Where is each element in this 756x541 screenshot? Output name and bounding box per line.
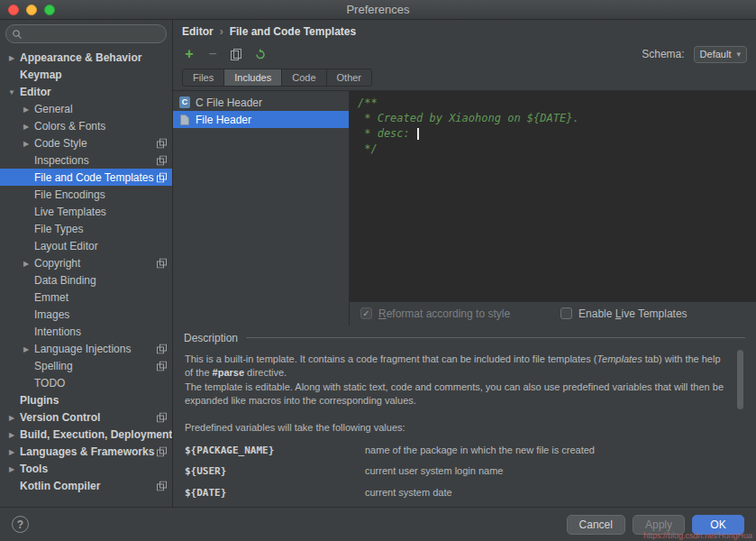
template-list: CC File HeaderFile Header bbox=[173, 91, 350, 326]
sidebar-item-emmet[interactable]: Emmet bbox=[0, 289, 172, 306]
chevron-right-icon[interactable]: ▶ bbox=[21, 139, 32, 147]
sidebar-item-todo[interactable]: TODO bbox=[0, 374, 172, 391]
description-text: Templates bbox=[597, 353, 642, 364]
window-controls bbox=[8, 5, 55, 15]
schema-value: Default bbox=[700, 49, 732, 60]
remove-template-button[interactable]: − bbox=[205, 47, 220, 61]
template-file-header[interactable]: File Header bbox=[173, 111, 349, 128]
sidebar-item-label: Keymap bbox=[0, 69, 62, 81]
sidebar-item-keymap[interactable]: Keymap bbox=[0, 66, 172, 83]
sidebar-item-general[interactable]: ▶General bbox=[0, 100, 172, 117]
sidebar-item-file-encodings[interactable]: File Encodings bbox=[0, 186, 172, 203]
chevron-right-icon[interactable]: ▶ bbox=[6, 430, 17, 438]
chevron-right-icon[interactable]: ▶ bbox=[6, 464, 17, 472]
minimize-button[interactable] bbox=[26, 5, 37, 15]
template-c-file-header[interactable]: CC File Header bbox=[173, 94, 349, 111]
chevron-right-icon[interactable]: ▶ bbox=[21, 344, 32, 353]
chevron-right-icon[interactable]: ▶ bbox=[21, 122, 32, 130]
description-title: Description bbox=[184, 332, 238, 344]
sidebar-item-label: General bbox=[0, 103, 73, 115]
description-paragraph-1: This is a built-in template. It contains… bbox=[185, 353, 729, 381]
tab-files[interactable]: Files bbox=[182, 69, 224, 87]
variable-name: ${USER} bbox=[185, 464, 365, 478]
sidebar-item-tools[interactable]: ▶Tools bbox=[0, 460, 172, 477]
chevron-down-icon[interactable]: ▼ bbox=[6, 87, 17, 96]
chevron-right-icon[interactable]: ▶ bbox=[6, 413, 17, 421]
template-label: File Header bbox=[196, 114, 251, 126]
sidebar-item-colors-fonts[interactable]: ▶Colors & Fonts bbox=[0, 117, 172, 134]
variable-row: ${USER}current user system login name bbox=[185, 464, 729, 478]
sidebar-item-label: Code Style bbox=[0, 137, 87, 150]
copy-to-project-icon bbox=[157, 344, 167, 353]
add-template-button[interactable]: + bbox=[182, 47, 196, 61]
description-body: This is a built-in template. It contains… bbox=[184, 344, 745, 507]
sidebar-item-inspections[interactable]: Inspections bbox=[0, 151, 172, 169]
help-button[interactable]: ? bbox=[12, 516, 29, 533]
sidebar-item-images[interactable]: Images bbox=[0, 306, 172, 323]
settings-search-input[interactable] bbox=[26, 28, 160, 41]
apply-button[interactable]: Apply bbox=[633, 515, 685, 535]
variable-name: ${PACKAGE_NAME} bbox=[185, 444, 365, 457]
cancel-button[interactable]: Cancel bbox=[567, 515, 625, 535]
preferences-window: Preferences ▶Appearance & BehaviorKeymap… bbox=[0, 0, 756, 541]
variables-table: ${PACKAGE_NAME}name of the package in wh… bbox=[185, 444, 729, 500]
sidebar-item-code-style[interactable]: ▶Code Style bbox=[0, 134, 172, 151]
sidebar-item-label: Inspections bbox=[0, 154, 89, 167]
sidebar-item-appearance-behavior[interactable]: ▶Appearance & Behavior bbox=[0, 49, 172, 66]
enable-live-templates-option[interactable]: Enable Live Templates bbox=[560, 307, 688, 320]
sidebar-item-file-and-code-templates[interactable]: File and Code Templates bbox=[0, 169, 172, 186]
sidebar-item-kotlin-compiler[interactable]: Kotlin Compiler bbox=[0, 477, 172, 494]
breadcrumb: Editor › File and Code Templates bbox=[173, 20, 756, 43]
tab-includes[interactable]: Includes bbox=[223, 69, 282, 87]
copy-to-project-icon bbox=[157, 138, 167, 148]
sidebar-item-language-injections[interactable]: ▶Language Injections bbox=[0, 340, 172, 357]
sidebar-item-label: Kotlin Compiler bbox=[0, 480, 100, 492]
live-templates-checkbox[interactable] bbox=[560, 307, 572, 319]
sidebar-item-intentions[interactable]: Intentions bbox=[0, 323, 172, 340]
search-box[interactable] bbox=[5, 24, 167, 43]
titlebar[interactable]: Preferences bbox=[0, 0, 756, 20]
window-title: Preferences bbox=[0, 3, 756, 16]
variable-description: current user system login name bbox=[365, 464, 729, 478]
copy-to-project-icon bbox=[157, 412, 167, 422]
sidebar-item-editor[interactable]: ▼Editor bbox=[0, 83, 172, 100]
sidebar-item-live-templates[interactable]: Live Templates bbox=[0, 203, 172, 220]
text-cursor bbox=[417, 128, 419, 140]
chevron-right-icon[interactable]: ▶ bbox=[6, 53, 17, 61]
file-icon bbox=[179, 114, 190, 125]
sidebar-item-spelling[interactable]: Spelling bbox=[0, 357, 172, 374]
schema-dropdown[interactable]: Default ▾ bbox=[694, 46, 747, 63]
copy-template-button[interactable] bbox=[229, 47, 243, 61]
template-options: ✓ Reformat according to style Enable Liv… bbox=[350, 302, 756, 326]
reformat-checkbox[interactable]: ✓ bbox=[360, 307, 372, 319]
chevron-right-icon[interactable]: ▶ bbox=[6, 447, 17, 455]
sidebar-item-version-control[interactable]: ▶Version Control bbox=[0, 408, 172, 426]
sidebar-item-languages-frameworks[interactable]: ▶Languages & Frameworks bbox=[0, 443, 172, 460]
scrollbar[interactable] bbox=[737, 350, 743, 409]
breadcrumb-page[interactable]: File and Code Templates bbox=[230, 25, 356, 38]
copy-to-project-icon bbox=[157, 361, 167, 371]
tab-code[interactable]: Code bbox=[281, 69, 326, 87]
ok-button[interactable]: OK bbox=[692, 515, 744, 535]
sidebar-item-layout-editor[interactable]: Layout Editor bbox=[0, 237, 172, 254]
chevron-right-icon[interactable]: ▶ bbox=[21, 105, 32, 113]
sidebar-item-label: Images bbox=[0, 308, 69, 321]
sidebar-tree: ▶Appearance & BehaviorKeymap▼Editor▶Gene… bbox=[0, 47, 172, 507]
sidebar-item-file-types[interactable]: File Types bbox=[0, 220, 172, 237]
template-editor[interactable]: /** * Created by Xiaohong on ${DATE}. * … bbox=[350, 91, 756, 302]
chevron-right-icon[interactable]: ▶ bbox=[21, 259, 32, 267]
sidebar-item-label: Plugins bbox=[0, 394, 59, 407]
sidebar-item-copyright[interactable]: ▶Copyright bbox=[0, 254, 172, 271]
reset-to-default-button[interactable] bbox=[252, 47, 267, 61]
sidebar-item-label: File Types bbox=[0, 223, 83, 235]
sidebar-item-data-binding[interactable]: Data Binding bbox=[0, 271, 172, 289]
close-button[interactable] bbox=[8, 5, 19, 15]
sidebar-item-label: Layout Editor bbox=[0, 240, 98, 252]
tab-other[interactable]: Other bbox=[326, 69, 373, 87]
sidebar-item-build-execution-deployment[interactable]: ▶Build, Execution, Deployment bbox=[0, 426, 172, 443]
reformat-option[interactable]: ✓ Reformat according to style bbox=[360, 307, 510, 320]
code-line: /** bbox=[358, 96, 748, 111]
sidebar-item-plugins[interactable]: Plugins bbox=[0, 391, 172, 408]
zoom-button[interactable] bbox=[44, 5, 55, 15]
breadcrumb-editor[interactable]: Editor bbox=[182, 25, 214, 38]
